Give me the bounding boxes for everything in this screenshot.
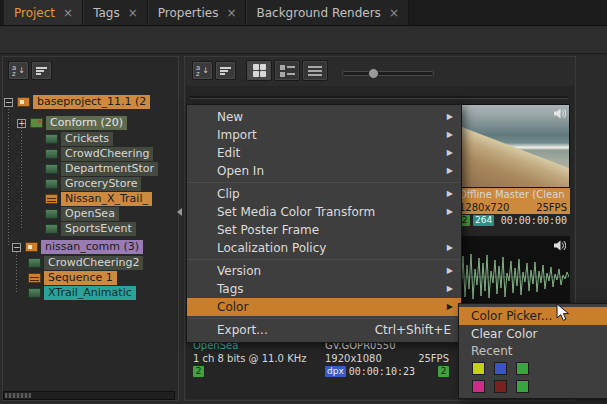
sequence-icon — [28, 273, 41, 283]
codec-badge: 264 — [473, 215, 494, 226]
clip-card-opensea[interactable]: OpenSea 1 ch 8 bits @ 11.0 KHz 2 — [190, 339, 318, 378]
menu-item-open-in[interactable]: Open In ▶ — [187, 162, 461, 180]
close-icon[interactable]: × — [389, 7, 399, 19]
clip-card-offline-master[interactable]: Offline Master (Clean 1280x720 25FPS 2 2… — [456, 104, 570, 227]
menu-item-set-poster-frame[interactable]: Set Poster Frame — [187, 221, 461, 239]
bin-sort-order-button[interactable] — [215, 61, 236, 80]
tab-background-renders[interactable]: Background Renders × — [246, 0, 408, 25]
tree-item-sportsevent[interactable]: SportsEvent — [45, 222, 136, 236]
project-icon — [25, 242, 38, 252]
clip-codec-row: 2 264 00:00:00:00 — [456, 214, 570, 227]
tree-item-label: Crickets — [61, 132, 113, 146]
tab-label: Properties — [158, 6, 219, 20]
recent-swatch-row — [459, 377, 607, 395]
tree-item-grocerystore[interactable]: GroceryStore — [45, 177, 141, 191]
tree-item-opensea[interactable]: OpenSea — [45, 207, 119, 221]
menu-item-localization-policy[interactable]: Localization Policy ▶ — [187, 239, 461, 257]
menu-shortcut: Ctrl+Shift+E — [375, 321, 451, 339]
expand-expander-icon[interactable]: + — [17, 119, 26, 128]
menu-item-export[interactable]: Export... Ctrl+Shift+E — [187, 321, 461, 339]
application-window: Project × Tags × Properties × Background… — [0, 0, 607, 404]
tree-item-label: OpenSea — [61, 207, 119, 221]
tree-item-nissan-x-trail[interactable]: Nissan_X_Trail_ — [45, 192, 152, 206]
horizontal-scrollbar-track[interactable] — [190, 96, 568, 99]
close-icon[interactable]: × — [226, 7, 236, 19]
clip-thumbnail — [456, 104, 570, 188]
scrollbar-handle[interactable] — [5, 393, 31, 398]
menu-separator — [188, 182, 460, 183]
clip-card-gopro[interactable]: GV.GOPR0550 1920x1080 25FPS dpx 00:00:10… — [322, 339, 452, 378]
menu-item-tags[interactable]: Tags ▶ — [187, 280, 461, 298]
tab-tags[interactable]: Tags × — [83, 0, 148, 25]
tree-item-crowdcheering[interactable]: CrowdCheering — [45, 147, 153, 161]
recent-color-swatch[interactable] — [472, 362, 485, 375]
recent-color-swatch[interactable] — [494, 380, 507, 393]
recent-color-swatch[interactable] — [516, 380, 529, 393]
clip-icon — [45, 149, 58, 159]
view-mode-thumbnails-button[interactable] — [246, 60, 272, 81]
close-icon[interactable]: × — [63, 7, 73, 19]
sort-bars-icon — [220, 67, 231, 75]
menu-item-color[interactable]: Color ▶ — [187, 298, 461, 316]
clip-icon — [45, 224, 58, 234]
tree-item-crowdcheering2[interactable]: CrowdCheering2 — [28, 256, 143, 270]
menu-item-edit[interactable]: Edit ▶ — [187, 144, 461, 162]
bin-sort-alpha-button[interactable]: az ↓ — [192, 61, 213, 80]
tree-item-label: Nissan_X_Trail_ — [61, 192, 152, 206]
submenu-arrow-icon: ▶ — [447, 298, 453, 316]
sort-alpha-icon: az — [12, 65, 16, 77]
tree-item-sequence-1[interactable]: Sequence 1 — [28, 271, 117, 285]
submenu-arrow-icon: ▶ — [447, 162, 453, 180]
tree-item-label: XTrail_Animatic — [44, 286, 136, 300]
tab-properties[interactable]: Properties × — [148, 0, 247, 25]
collapse-expander-icon[interactable]: − — [4, 98, 13, 107]
tab-label: Project — [14, 6, 55, 20]
menu-item-version[interactable]: Version ▶ — [187, 262, 461, 280]
sort-order-button[interactable] — [31, 61, 52, 80]
menu-item-clear-color[interactable]: Clear Color — [459, 325, 607, 343]
clip-icon — [45, 209, 58, 219]
sort-alpha-icon: az — [196, 65, 200, 77]
submenu-arrow-icon: ▶ — [447, 144, 453, 162]
collapse-expander-icon[interactable]: − — [12, 243, 21, 252]
submenu-arrow-icon: ▶ — [447, 185, 453, 203]
submenu-arrow-icon: ▶ — [447, 126, 453, 144]
clip-icon — [45, 164, 58, 174]
tab-project[interactable]: Project × — [4, 0, 83, 25]
thumbnail-size-slider[interactable] — [342, 71, 434, 76]
recent-color-swatch[interactable] — [472, 380, 485, 393]
menu-item-color-picker[interactable]: Color Picker... — [459, 307, 607, 325]
menu-item-new[interactable]: New ▶ — [187, 108, 461, 126]
menu-separator — [188, 318, 460, 319]
tree-horizontal-scrollbar[interactable] — [3, 391, 175, 400]
menu-separator — [188, 259, 460, 260]
clip-fps: 25FPS — [418, 352, 449, 365]
tree-item-label: CrowdCheering2 — [44, 256, 143, 270]
list-view-icon — [308, 66, 322, 76]
tree-item-baseproject[interactable]: − baseproject_11.1 (2 — [4, 95, 150, 109]
submenu-arrow-icon: ▶ — [447, 108, 453, 126]
menu-item-import[interactable]: Import ▶ — [187, 126, 461, 144]
track-count-badge: 2 — [438, 366, 449, 377]
sort-alpha-button[interactable]: az ↓ — [8, 61, 29, 80]
view-mode-list-button[interactable] — [302, 60, 328, 81]
menu-item-set-media-color-transform[interactable]: Set Media Color Transform ▶ — [187, 203, 461, 221]
arrow-down-icon: ↓ — [18, 66, 25, 75]
track-count-badge: 2 — [193, 366, 204, 377]
panel-collapse-arrow[interactable] — [177, 208, 182, 216]
clip-resolution: 1920x1080 — [325, 352, 382, 365]
tree-item-label: CrowdCheering — [61, 147, 153, 161]
recent-color-swatch[interactable] — [516, 362, 529, 375]
tree-item-nissan-comm[interactable]: − nissan_comm (3) — [12, 240, 143, 254]
menu-item-clip[interactable]: Clip ▶ — [187, 185, 461, 203]
tree-item-conform[interactable]: + Conform (20) — [17, 116, 127, 130]
tree-item-crickets[interactable]: Crickets — [45, 132, 113, 146]
recent-color-swatch[interactable] — [494, 362, 507, 375]
clip-timecode: 00:00:00:00 — [501, 214, 567, 227]
tree-item-departmentstore[interactable]: DepartmentStor — [45, 162, 158, 176]
tree-item-label: baseproject_11.1 (2 — [33, 95, 150, 109]
view-mode-detail-button[interactable] — [274, 60, 300, 81]
tab-bar: Project × Tags × Properties × Background… — [0, 0, 607, 26]
close-icon[interactable]: × — [128, 7, 138, 19]
tree-item-xtrail-animatic[interactable]: XTrail_Animatic — [28, 286, 136, 300]
